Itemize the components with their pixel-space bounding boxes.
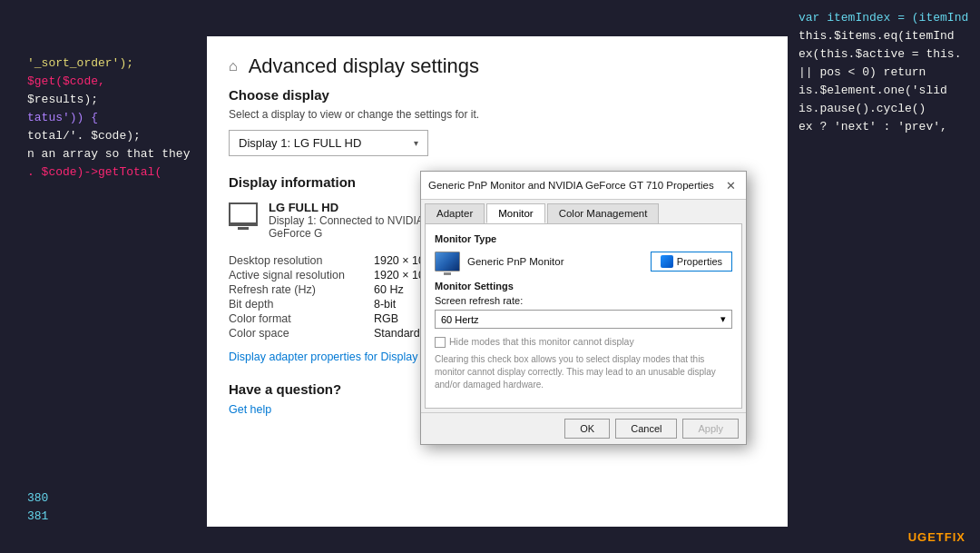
watermark-highlight: GET [917, 530, 945, 544]
hide-modes-text: Hide modes that this monitor cannot disp… [449, 336, 634, 347]
info-value: 8-bit [374, 298, 396, 311]
choose-display-title: Choose display [229, 87, 766, 103]
dropdown-value: Display 1: LG FULL HD [239, 136, 361, 150]
dialog-close-button[interactable]: ✕ [722, 177, 739, 193]
settings-header: ⌂ Advanced display settings [207, 36, 788, 87]
info-label: Color space [229, 327, 374, 340]
page-title: Advanced display settings [249, 54, 479, 78]
info-label: Desktop resolution [229, 254, 374, 267]
monitor-icon [229, 202, 258, 226]
properties-button[interactable]: Properties [651, 252, 732, 272]
tab-monitor[interactable]: Monitor [486, 203, 544, 223]
chevron-down-icon: ▾ [720, 313, 726, 325]
info-label: Active signal resolution [229, 269, 374, 281]
tab-adapter[interactable]: Adapter [425, 203, 485, 223]
properties-btn-label: Properties [677, 256, 722, 267]
monitor-type-row: Generic PnP Monitor Properties [435, 252, 732, 272]
hide-modes-checkbox[interactable] [435, 337, 446, 348]
monitor-type-name: Generic PnP Monitor [467, 256, 564, 267]
refresh-rate-dropdown[interactable]: 60 Hertz ▾ [435, 310, 732, 329]
clearing-text: Clearing this check box allows you to se… [435, 353, 732, 391]
chevron-down-icon: ▾ [414, 138, 418, 148]
properties-btn-icon [661, 255, 673, 268]
dialog-tabs: Adapter Monitor Color Management [421, 200, 746, 223]
apply-button[interactable]: Apply [682, 419, 739, 439]
home-icon[interactable]: ⌂ [229, 58, 238, 74]
hide-modes-row: Hide modes that this monitor cannot disp… [435, 336, 732, 348]
info-label: Refresh rate (Hz) [229, 283, 374, 296]
watermark: UGETFIX [908, 530, 965, 544]
watermark-prefix: U [908, 530, 917, 544]
ok-button[interactable]: OK [564, 419, 610, 439]
monitor-small-icon [435, 252, 460, 272]
dialog-titlebar: Generic PnP Monitor and NVIDIA GeForce G… [421, 172, 746, 200]
info-value: RGB [374, 312, 398, 325]
dialog-title: Generic PnP Monitor and NVIDIA GeForce G… [428, 180, 714, 191]
watermark-suffix: FIX [945, 530, 965, 544]
cancel-button[interactable]: Cancel [615, 419, 677, 439]
choose-display-subtitle: Select a display to view or change the s… [229, 108, 766, 121]
monitor-type-icon-label: Generic PnP Monitor [435, 252, 564, 272]
info-label: Bit depth [229, 298, 374, 311]
tab-color-management[interactable]: Color Management [547, 203, 660, 223]
refresh-rate-value: 60 Hertz [441, 314, 479, 325]
info-value: 60 Hz [374, 283, 404, 296]
refresh-rate-label: Screen refresh rate: [435, 295, 732, 306]
display-dropdown[interactable]: Display 1: LG FULL HD ▾ [229, 130, 428, 156]
properties-dialog: Generic PnP Monitor and NVIDIA GeForce G… [420, 171, 747, 445]
monitor-type-label: Monitor Type [435, 233, 732, 244]
get-help-link[interactable]: Get help [229, 403, 271, 416]
dialog-footer: OK Cancel Apply [421, 412, 746, 444]
info-label: Color format [229, 312, 374, 325]
monitor-settings-label: Monitor Settings [435, 281, 732, 291]
dialog-body: Monitor Type Generic PnP Monitor Propert… [425, 223, 742, 409]
